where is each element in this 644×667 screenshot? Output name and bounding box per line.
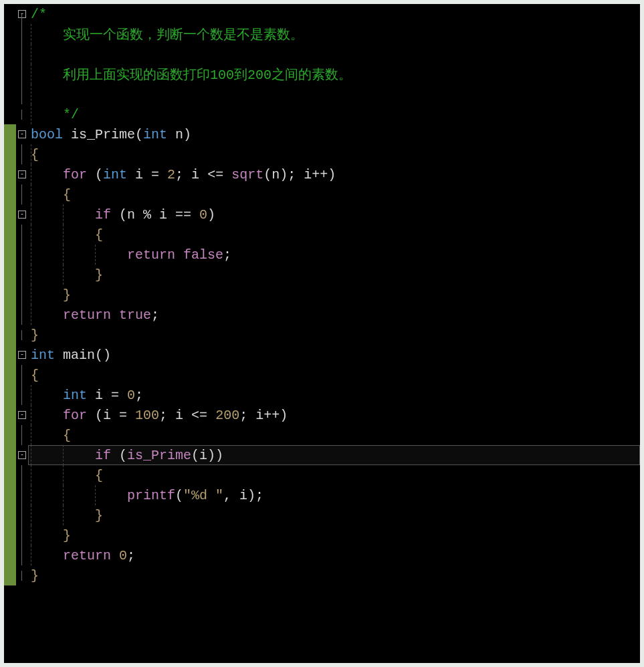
code-line[interactable] — [4, 44, 640, 64]
code-line[interactable]: { — [4, 144, 640, 164]
code-line[interactable] — [4, 84, 640, 104]
code-line[interactable]: int i = 0; — [4, 385, 640, 405]
code-line[interactable]: return true; — [4, 305, 640, 325]
code-line[interactable]: } — [4, 325, 640, 345]
code-line[interactable]: { — [4, 465, 640, 485]
code-line[interactable]: } — [4, 505, 640, 525]
fold-toggle-icon[interactable]: - — [18, 170, 26, 178]
comment-close: */ — [63, 107, 79, 122]
brace-open: { — [63, 187, 71, 203]
modification-marker — [4, 124, 16, 144]
fold-toggle-icon[interactable]: - — [18, 10, 26, 18]
fold-toggle-icon[interactable]: - — [18, 351, 26, 359]
code-line[interactable]: - if (n % i == 0) — [4, 205, 640, 225]
brace-open: { — [31, 147, 39, 162]
comment-text: 实现一个函数，判断一个数是不是素数。 — [63, 25, 304, 43]
fold-toggle-icon[interactable]: - — [18, 130, 26, 138]
code-line[interactable]: { — [4, 184, 640, 205]
code-line[interactable]: { — [4, 425, 640, 445]
code-line[interactable]: - if (is_Prime(i)) — [4, 445, 640, 465]
function-name: is_Prime — [63, 127, 135, 142]
type-keyword: int — [31, 348, 55, 363]
return-keyword: return — [127, 247, 175, 263]
code-line[interactable]: } — [4, 285, 640, 305]
code-line[interactable]: */ — [4, 104, 640, 124]
comment-text: 利用上面实现的函数打印100到200之间的素数。 — [63, 65, 352, 84]
fold-toggle-icon[interactable]: - — [18, 451, 26, 459]
for-keyword: for — [63, 167, 95, 182]
code-line[interactable]: - for (int i = 2; i <= sqrt(n); i++) — [4, 164, 640, 184]
if-keyword: if — [95, 207, 119, 223]
code-editor[interactable]: - /* 实现一个函数，判断一个数是不是素数。 利用上面实现的函数打印100到2… — [4, 4, 640, 663]
code-line[interactable]: } — [4, 265, 640, 285]
code-line[interactable]: - /* — [4, 4, 640, 24]
code-line[interactable]: - for (i = 100; i <= 200; i++) — [4, 405, 640, 425]
fold-toggle-icon[interactable]: - — [18, 411, 26, 419]
code-line[interactable]: - int main() — [4, 345, 640, 365]
function-name: main — [55, 348, 95, 363]
fold-toggle-icon[interactable]: - — [18, 211, 26, 219]
printf-call: printf — [127, 488, 175, 503]
for-keyword: for — [63, 408, 95, 423]
type-keyword: bool — [31, 127, 63, 142]
code-line[interactable]: 利用上面实现的函数打印100到200之间的素数。 — [4, 64, 640, 84]
code-line[interactable]: { — [4, 365, 640, 385]
code-line[interactable]: - bool is_Prime(int n) — [4, 124, 640, 144]
code-line[interactable]: 实现一个函数，判断一个数是不是素数。 — [4, 24, 640, 44]
if-keyword: if — [95, 448, 119, 463]
code-line[interactable]: } — [4, 525, 640, 545]
code-line[interactable]: return false; — [4, 245, 640, 265]
code-line[interactable]: printf("%d ", i); — [4, 485, 640, 505]
code-line[interactable]: { — [4, 225, 640, 245]
return-keyword: return — [63, 548, 111, 563]
code-line[interactable]: return 0; — [4, 545, 640, 565]
comment-open: /* — [31, 7, 47, 22]
code-line[interactable]: } — [4, 565, 640, 585]
